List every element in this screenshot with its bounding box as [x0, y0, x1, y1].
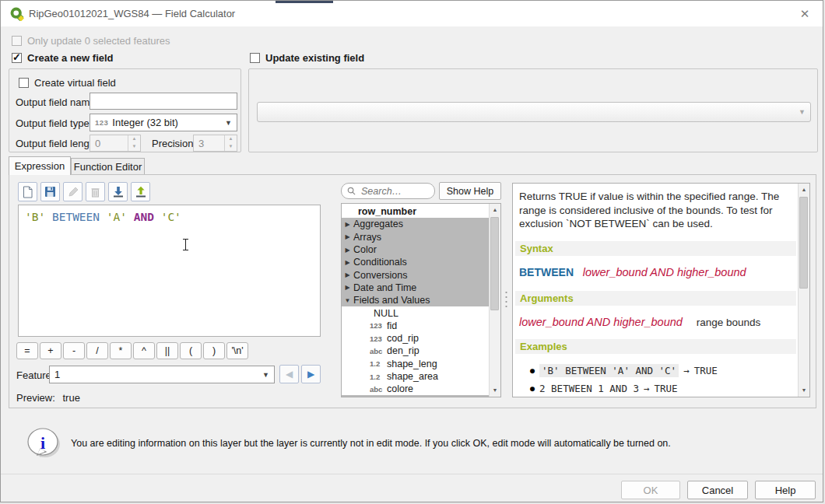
chevron-collapsed-icon[interactable]: ▶: [342, 221, 353, 228]
cancel-button[interactable]: Cancel: [687, 481, 748, 499]
scroll-down-icon[interactable]: ▼: [799, 384, 809, 397]
function-help-panel: Returns TRUE if value is within the spec…: [512, 183, 810, 397]
expression-token: BETWEEN: [52, 211, 100, 223]
checkbox-icon[interactable]: [250, 53, 260, 63]
precision-spinner: 3 ▲▼: [193, 135, 237, 152]
example-row: ●2 BETWEEN 1 AND 3→TRUE: [530, 383, 718, 394]
show-help-button[interactable]: Show Help: [439, 182, 501, 200]
tree-item-shape-leng[interactable]: 1.2shape_leng: [342, 358, 490, 370]
chevron-expanded-icon[interactable]: ▼: [342, 297, 353, 304]
previous-feature-button: ◀: [279, 365, 299, 383]
edit-mode-warning: You are editing information on this laye…: [71, 438, 671, 449]
scrollbar-thumb[interactable]: [490, 217, 499, 310]
tree-item-den-rip[interactable]: abcden_rip: [342, 345, 490, 357]
info-icon: i: [26, 428, 63, 464]
tab-expression[interactable]: Expression: [9, 156, 71, 175]
tree-item-row-number[interactable]: row_number: [342, 205, 490, 218]
window-title: RipGeo01012021_WGS84 — Field Calculator: [29, 8, 235, 19]
tree-item-colore[interactable]: abccolore: [342, 383, 490, 395]
chevron-collapsed-icon[interactable]: ▶: [342, 259, 353, 266]
function-search[interactable]: [341, 183, 435, 199]
panel-splitter-handle[interactable]: [505, 290, 507, 310]
syntax-line: BETWEEN lower_bound AND higher_bound: [519, 266, 746, 278]
scroll-up-icon[interactable]: ▲: [490, 204, 500, 216]
expression-token: AND: [134, 211, 154, 223]
chevron-down-icon: ▼: [225, 119, 232, 127]
chevron-collapsed-icon[interactable]: ▶: [342, 271, 353, 278]
edit-expression-button: [63, 182, 82, 201]
tree-item-conditionals[interactable]: ▶Conditionals: [342, 256, 490, 268]
function-tree: row_number▶Aggregates▶Arrays▶Color▶Condi…: [341, 203, 501, 397]
tree-item-date-and-time[interactable]: ▶Date and Time: [342, 282, 490, 294]
tree-item-conversions[interactable]: ▶Conversions: [342, 268, 490, 281]
operator-button[interactable]: '\n': [226, 342, 248, 359]
operator-button[interactable]: ): [203, 342, 225, 359]
update-existing-field-checkbox[interactable]: Update existing field: [250, 52, 364, 64]
operator-button[interactable]: ||: [156, 342, 178, 359]
arrow-right-icon: ▶: [307, 369, 314, 380]
expression-editor[interactable]: 'B' BETWEEN 'A' AND 'C': [18, 205, 321, 337]
operator-buttons: =+-/*^||()'\n': [16, 342, 248, 359]
tree-item-shape-area[interactable]: 1.2shape_area: [342, 370, 490, 383]
tree-item-null[interactable]: NULL: [342, 306, 490, 319]
spinner-arrows-icon: ▲▼: [224, 135, 237, 151]
search-input[interactable]: [360, 185, 426, 198]
tree-item-fields-and-values[interactable]: ▼Fields and Values: [342, 294, 490, 306]
expression-token: [154, 211, 161, 223]
tab-function-editor[interactable]: Function Editor: [71, 158, 145, 175]
create-new-field-checkbox[interactable]: Create a new field: [12, 52, 114, 64]
tree-item-fid[interactable]: 123fid: [342, 320, 490, 332]
output-field-type-label: Output field type: [16, 117, 90, 129]
save-expression-button[interactable]: [40, 182, 60, 201]
create-virtual-field-checkbox[interactable]: Create virtual field: [19, 77, 116, 89]
expression-toolbar: [18, 182, 153, 201]
feature-select[interactable]: 1 ▼: [49, 366, 275, 383]
import-expression-button[interactable]: [108, 182, 128, 201]
trash-icon: [90, 187, 100, 198]
new-expression-button[interactable]: [18, 182, 37, 201]
scroll-up-icon[interactable]: ▲: [799, 184, 809, 196]
help-description: Returns TRUE if value is within the spec…: [519, 190, 793, 231]
operator-button[interactable]: -: [63, 342, 85, 359]
chevron-down-icon: ▼: [799, 108, 806, 116]
integer-type-icon: 123: [95, 118, 108, 127]
example-result: TRUE: [655, 383, 678, 394]
expression-token: 'B': [25, 211, 45, 223]
arguments-heading: Arguments: [515, 291, 796, 306]
syntax-heading: Syntax: [515, 241, 796, 256]
operator-button[interactable]: /: [86, 342, 108, 359]
help-scrollbar[interactable]: ▲ ▼: [798, 184, 809, 397]
scrollbar-thumb[interactable]: [799, 197, 808, 289]
field-type-1.2-icon: 1.2: [370, 359, 387, 368]
operator-button[interactable]: (: [180, 342, 202, 359]
example-row: ●'B' BETWEEN 'A' AND 'C'→TRUE: [530, 364, 718, 377]
next-feature-button[interactable]: ▶: [301, 365, 321, 383]
chevron-collapsed-icon[interactable]: ▶: [342, 247, 353, 254]
close-icon[interactable]: ✕: [796, 6, 813, 22]
operator-button[interactable]: =: [16, 342, 38, 359]
output-field-name-input[interactable]: [90, 93, 237, 110]
pencil-icon: [68, 187, 79, 198]
operator-button[interactable]: ^: [133, 342, 155, 359]
bullet-icon: ●: [530, 384, 535, 393]
output-field-name-label: Output field name: [16, 96, 96, 108]
export-expression-button[interactable]: [131, 182, 150, 201]
function-tree-scrollbar[interactable]: ▲ ▼: [489, 204, 500, 397]
field-type-123-icon: 123: [370, 334, 387, 343]
scroll-down-icon[interactable]: ▼: [490, 384, 500, 397]
tree-item-aggregates[interactable]: ▶Aggregates: [342, 218, 490, 230]
example-result: TRUE: [694, 365, 718, 376]
tree-item-cod-rip[interactable]: 123cod_rip: [342, 332, 490, 345]
operator-button[interactable]: *: [110, 342, 132, 359]
operator-button[interactable]: +: [40, 342, 61, 359]
tree-item-files-and-paths[interactable]: ▶Files and Paths: [342, 395, 490, 397]
checkbox-icon[interactable]: [19, 78, 29, 88]
tree-item-color[interactable]: ▶Color: [342, 243, 490, 256]
svg-text:i: i: [40, 433, 45, 453]
checkbox-checked-icon[interactable]: [12, 53, 22, 63]
chevron-collapsed-icon[interactable]: ▶: [342, 284, 353, 291]
chevron-collapsed-icon[interactable]: ▶: [342, 233, 353, 240]
help-button[interactable]: Help: [755, 481, 816, 499]
tree-item-arrays[interactable]: ▶Arrays: [342, 231, 490, 243]
output-field-type-select[interactable]: 123 Integer (32 bit) ▼: [90, 114, 237, 131]
